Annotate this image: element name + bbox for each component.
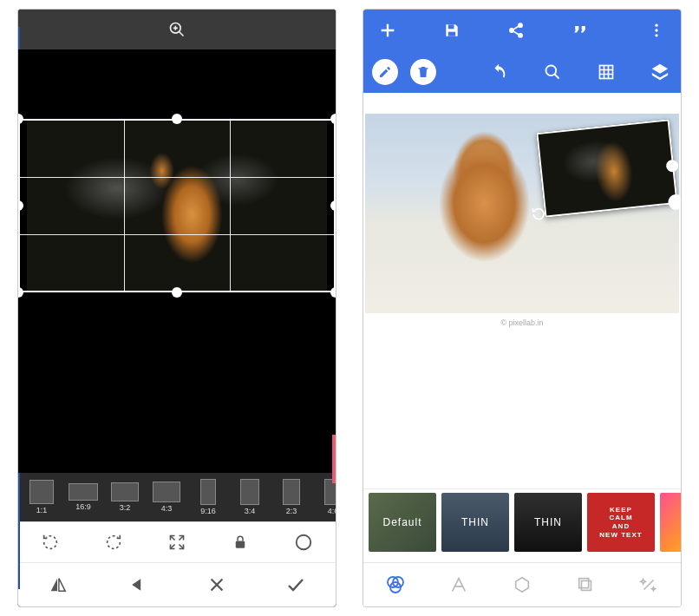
watermark-text: © pixellab.in [363,318,681,327]
crop-topbar [18,10,336,49]
nav-text-icon[interactable] [441,567,476,602]
main-toolbar-top [363,10,681,51]
aspect-ratio-9-16[interactable]: 9:16 [190,479,226,515]
flip-horizontal-icon[interactable] [39,566,77,604]
undo-icon[interactable] [487,60,511,84]
nav-layers-icon[interactable] [568,567,603,602]
expand-icon[interactable] [158,523,196,561]
rotate-ccw-icon[interactable] [31,523,69,561]
crop-handle-tr[interactable] [330,114,336,124]
aspect-ratio-3-2[interactable]: 3:2 [107,482,143,512]
svg-point-21 [655,24,657,27]
preset-2[interactable]: THIN [514,493,582,552]
svg-rect-35 [582,580,591,590]
svg-rect-26 [600,66,613,79]
nav-styles-icon[interactable] [378,567,413,602]
preset-4[interactable]: ME [660,493,681,552]
aspect-ratio-2-3[interactable]: 2:3 [273,479,310,515]
crop-handle-bl[interactable] [17,287,23,298]
add-icon[interactable] [376,18,400,43]
svg-line-19 [513,26,519,29]
circle-crop-icon[interactable] [284,523,323,561]
rotate-cw-icon[interactable] [95,523,133,561]
main-toolbar-2 [363,51,681,93]
nav-effects-icon[interactable] [631,567,666,602]
preset-1[interactable]: THIN [441,493,509,552]
share-icon[interactable] [504,18,528,43]
svg-line-25 [555,75,559,79]
main-editor-screen: © pixellab.in DefaultTHINTHINKEEP CALM A… [363,9,682,607]
crop-editor-screen: 1:116:93:24:39:163:42:34:6 [17,9,336,607]
crop-handle-mr[interactable] [330,200,336,211]
aspect-ratio-4-6[interactable]: 4:6 [315,479,336,515]
more-icon[interactable] [644,18,669,43]
save-icon[interactable] [440,18,464,43]
delete-button[interactable] [410,59,436,85]
crop-handle-tl[interactable] [17,114,23,124]
zoom-in-icon[interactable] [158,10,196,49]
svg-point-22 [655,29,657,31]
confirm-icon[interactable] [277,566,315,604]
preset-row: DefaultTHINTHINKEEP CALM AND NEW TEXTME [363,488,681,562]
crop-handle-ml[interactable] [17,200,23,211]
crop-handle-br[interactable] [330,287,336,298]
grid-icon[interactable] [594,60,618,84]
svg-point-24 [546,66,557,76]
bottom-nav [363,562,681,606]
nav-shape-icon[interactable] [505,567,539,602]
zoom-icon[interactable] [540,60,565,84]
aspect-ratio-1-1[interactable]: 1:1 [23,480,60,514]
aspect-ratio-4-3[interactable]: 4:3 [148,482,185,513]
aspect-ratio-3-4[interactable]: 3:4 [232,479,268,515]
preset-3[interactable]: KEEP CALM AND NEW TEXT [587,493,655,552]
overlay-image[interactable] [536,119,677,218]
crop-toolrow-2 [18,562,336,606]
svg-rect-14 [448,24,454,29]
crop-toolrow-1 [18,521,336,562]
aspect-ratio-16-9[interactable]: 16:9 [65,483,101,511]
editor-canvas[interactable]: © pixellab.in [363,93,681,488]
overlay-rotate-handle[interactable] [530,206,547,223]
svg-marker-34 [516,578,529,593]
svg-rect-15 [448,32,455,36]
back-icon[interactable] [118,566,156,604]
svg-rect-36 [579,579,589,588]
layers-icon[interactable] [648,60,672,84]
cancel-icon[interactable] [198,566,236,604]
lock-icon[interactable] [221,523,259,561]
svg-line-20 [513,31,519,35]
svg-line-1 [180,32,184,36]
crop-image [27,119,327,292]
crop-canvas[interactable] [18,49,336,473]
svg-rect-8 [236,541,245,548]
svg-point-23 [655,34,657,36]
preset-0[interactable]: Default [369,493,436,552]
edit-button[interactable] [372,59,398,85]
quote-icon[interactable] [568,18,592,43]
aspect-ratio-row: 1:116:93:24:39:163:42:34:6 [18,473,336,521]
right-edge-sliver [332,435,336,483]
svg-point-9 [297,535,311,550]
